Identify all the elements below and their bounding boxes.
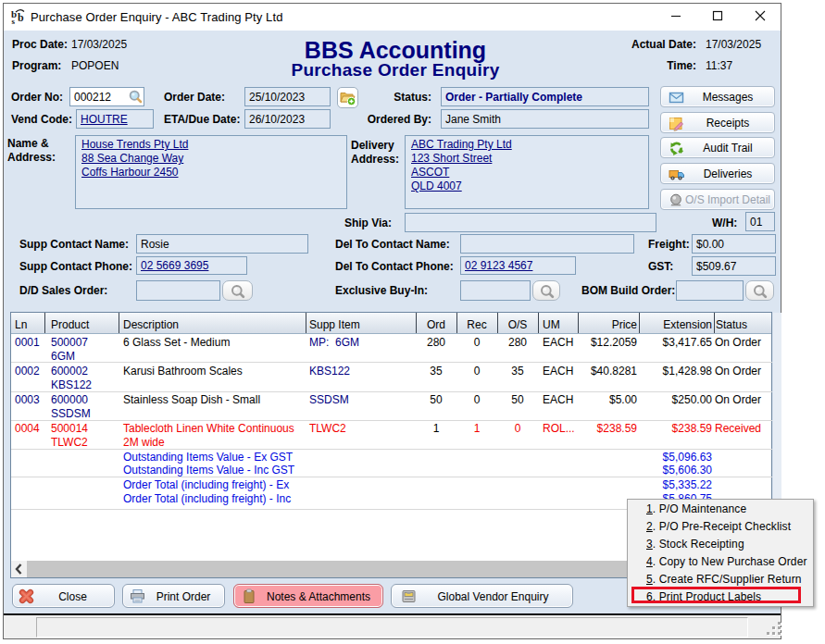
svg-text:s: s xyxy=(12,17,16,25)
svg-text:b: b xyxy=(18,11,24,24)
